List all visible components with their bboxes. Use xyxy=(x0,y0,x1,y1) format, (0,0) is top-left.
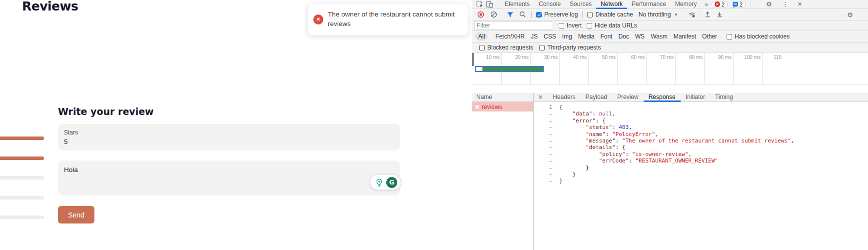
clear-network-log-icon[interactable] xyxy=(490,10,498,18)
record-network-log-icon[interactable] xyxy=(477,10,485,18)
detail-tab-initiator[interactable]: Initiator xyxy=(681,93,710,102)
token-p xyxy=(559,118,573,124)
send-button[interactable]: Send xyxy=(58,206,94,224)
grammarly-logo-icon[interactable]: G xyxy=(386,177,397,188)
overview-selection[interactable] xyxy=(475,66,544,72)
resource-filter-img[interactable]: Img xyxy=(559,32,575,40)
resource-filter-css[interactable]: CSS xyxy=(541,32,559,40)
search-icon[interactable] xyxy=(519,10,527,18)
tab-console[interactable]: Console xyxy=(534,0,565,9)
network-settings-gear-icon[interactable]: ⚙ xyxy=(847,11,853,18)
disable-cache-checkbox[interactable] xyxy=(587,12,593,18)
detail-tab-headers[interactable]: Headers xyxy=(548,93,580,102)
detail-tab-response[interactable]: Response xyxy=(644,93,681,102)
timeline-tick-label: 30 ms xyxy=(529,54,558,60)
overview-download-segment xyxy=(483,67,543,71)
rating-bar xyxy=(0,136,44,140)
filter-funnel-icon[interactable] xyxy=(506,10,514,18)
issues-count-badge[interactable]: 2 xyxy=(730,1,746,8)
tab-memory[interactable]: Memory xyxy=(671,0,701,9)
token-p xyxy=(559,151,599,158)
has-blocked-cookies-checkbox[interactable] xyxy=(727,34,732,40)
throttling-dropdown[interactable]: No throttling xyxy=(639,11,671,18)
throttling-dropdown-arrow-icon[interactable]: ▾ xyxy=(675,12,677,17)
hide-data-urls-checkbox[interactable] xyxy=(587,23,592,28)
review-textarea[interactable]: Hola G xyxy=(58,160,400,196)
stars-value[interactable]: 5 xyxy=(64,138,68,146)
resource-filter-js[interactable]: JS xyxy=(528,32,541,40)
resource-filter-doc[interactable]: Doc xyxy=(615,32,632,40)
code-line: } xyxy=(559,164,868,171)
more-tabs-chevron[interactable]: » xyxy=(705,1,708,8)
token-p: : { xyxy=(596,118,606,124)
device-toolbar-icon[interactable] xyxy=(486,0,494,8)
tab-network[interactable]: Network xyxy=(596,0,627,9)
resource-filter-manifest[interactable]: Manifest xyxy=(671,32,699,40)
devtools-settings-gear-icon[interactable]: ⚙ xyxy=(766,0,772,8)
blocked-requests-row: Blocked requests Third-party requests xyxy=(472,42,868,53)
token-k: "status" xyxy=(586,124,612,130)
timeline-tick-label: 80 ms xyxy=(674,54,703,60)
overview-scrollbar[interactable] xyxy=(472,53,474,66)
error-circle-icon: ✕ xyxy=(313,14,323,24)
blocked-requests-checkbox[interactable] xyxy=(479,45,485,50)
third-party-label: Third-party requests xyxy=(547,44,601,51)
resource-filter-font[interactable]: Font xyxy=(597,32,615,40)
timeline-tick-label: 10 ms xyxy=(472,54,500,60)
detail-tab-preview[interactable]: Preview xyxy=(612,93,644,102)
devtools-menu-dots-icon[interactable]: ⋮ xyxy=(782,0,789,8)
error-count-badge[interactable]: ✕ 2 xyxy=(712,1,728,8)
token-p: , xyxy=(612,110,616,117)
page-title: Reviews xyxy=(22,0,78,14)
code-line: "data": null, xyxy=(559,110,868,117)
tab-performance[interactable]: Performance xyxy=(627,0,671,9)
token-p: } xyxy=(559,178,563,184)
code-line: "details": { xyxy=(559,144,868,150)
tab-elements[interactable]: Elements xyxy=(500,0,534,9)
response-viewer: 1––––––––––– { "data": null, "error": { … xyxy=(534,102,868,250)
token-p xyxy=(559,158,599,164)
preserve-log-checkbox[interactable] xyxy=(536,12,542,18)
request-row-reviews[interactable]: reviews xyxy=(472,102,533,112)
network-conditions-icon[interactable] xyxy=(688,10,696,18)
token-p: : { xyxy=(616,144,626,150)
tab-sources[interactable]: Sources xyxy=(565,0,596,9)
name-column-header[interactable]: Name xyxy=(472,93,533,102)
token-p: , xyxy=(688,151,692,158)
token-p xyxy=(559,144,586,150)
grammarly-widget[interactable]: G xyxy=(370,174,401,190)
request-file-icon xyxy=(474,104,479,110)
resource-filter-wasm[interactable]: Wasm xyxy=(648,32,671,40)
issues-count: 2 xyxy=(740,2,743,8)
filter-input[interactable] xyxy=(474,22,552,30)
timeline-tick-label: 20 ms xyxy=(500,54,529,60)
gutter-mark: – xyxy=(534,138,552,144)
close-detail-icon[interactable]: ✕ xyxy=(534,94,548,100)
detail-tab-strip: HeadersPayloadPreviewResponseInitiatorTi… xyxy=(548,93,738,102)
invert-label: Invert xyxy=(567,22,582,29)
timeline-tick-label: 60 ms xyxy=(616,54,645,60)
requests-table: Name reviews ✕ HeadersPayloadPreviewResp… xyxy=(472,93,868,250)
timeline-tick-label: 50 ms xyxy=(587,54,616,60)
resource-filter-all[interactable]: All xyxy=(475,32,488,40)
detail-tab-payload[interactable]: Payload xyxy=(581,93,612,102)
devtools-close-icon[interactable]: ✕ xyxy=(798,1,802,8)
detail-tab-timing[interactable]: Timing xyxy=(710,93,738,102)
code-gutter: 1––––––––––– xyxy=(534,102,556,250)
invert-checkbox[interactable] xyxy=(559,23,564,28)
review-text[interactable]: Hola xyxy=(64,166,78,174)
third-party-checkbox[interactable] xyxy=(539,45,545,50)
token-k: "details" xyxy=(586,144,616,150)
resource-filter-other[interactable]: Other xyxy=(699,32,720,40)
resource-filter-fetchxhr[interactable]: Fetch/XHR xyxy=(492,32,528,40)
resource-filter-ws[interactable]: WS xyxy=(632,32,648,40)
import-har-icon[interactable] xyxy=(704,10,712,18)
network-overview[interactable]: 10 ms20 ms30 ms40 ms50 ms60 ms70 ms80 ms… xyxy=(472,53,868,84)
export-har-icon[interactable] xyxy=(716,10,724,18)
reviews-page: Reviews ✕ The owner of the restaurant ca… xyxy=(0,0,472,250)
stars-field[interactable]: Stars 5 xyxy=(58,124,400,150)
inspect-element-icon[interactable] xyxy=(476,0,484,8)
resource-filter-media[interactable]: Media xyxy=(575,32,598,40)
resource-type-filter-row: AllFetch/XHRJSCSSImgMediaFontDocWSWasmMa… xyxy=(472,31,868,42)
grammarly-suggestion-bulb-icon[interactable] xyxy=(374,177,385,188)
